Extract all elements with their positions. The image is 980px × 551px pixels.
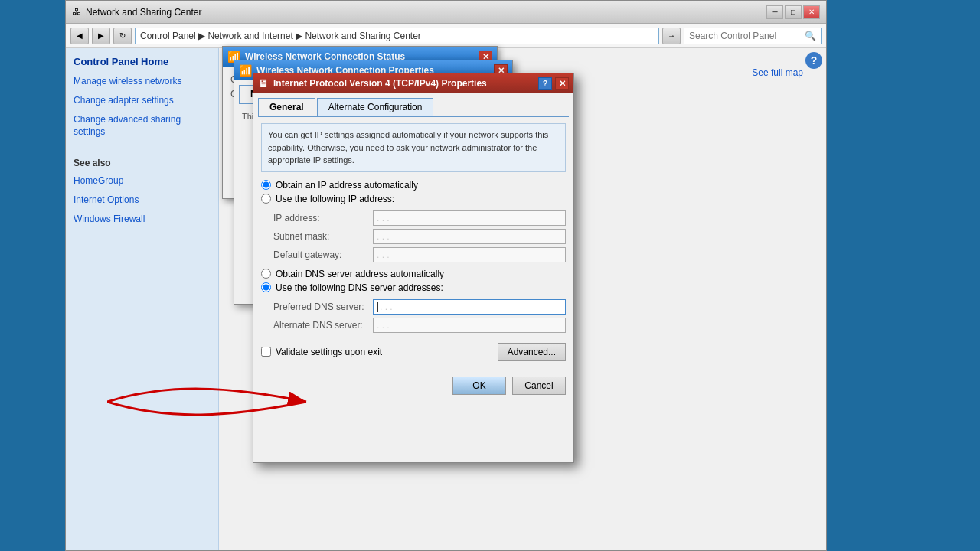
alternate-dns-input[interactable]: . . .: [373, 318, 566, 333]
window-title: Network and Sharing Center: [86, 7, 201, 18]
ipv4-description: You can get IP settings assigned automat…: [261, 123, 566, 172]
ipv4-help-button[interactable]: ?: [538, 77, 552, 90]
subnet-mask-label: Subnet mask:: [273, 231, 373, 242]
ip-radio-group: Obtain an IP address automatically Use t…: [261, 180, 566, 204]
tab-alternate-config[interactable]: Alternate Configuration: [317, 98, 434, 116]
radio-auto-ip-label: Obtain an IP address automatically: [276, 180, 418, 191]
alternate-dns-row: Alternate DNS server: . . .: [273, 318, 566, 333]
dns-fields: Preferred DNS server: . . . Alternate DN…: [273, 299, 566, 333]
sidebar-link-adapter[interactable]: Change adapter settings: [74, 94, 211, 107]
preferred-dns-dots: . . .: [380, 302, 393, 312]
validate-row: Validate settings upon exit Advanced...: [261, 341, 566, 364]
ip-dots-1: . . .: [377, 213, 390, 223]
radio-manual-ip[interactable]: Use the following IP address:: [261, 194, 566, 204]
gateway-label: Default gateway:: [273, 249, 373, 260]
ipv4-dialog-icon: 🖥: [258, 77, 269, 90]
address-path[interactable]: Control Panel ▶ Network and Internet ▶ N…: [135, 28, 659, 44]
title-bar: 🖧 Network and Sharing Center ─ □ ✕: [66, 1, 826, 24]
see-also-title: See also: [74, 158, 211, 168]
refresh-button[interactable]: ↻: [113, 28, 132, 44]
ip-address-row: IP address: . . .: [273, 210, 566, 226]
cursor-blink: [377, 302, 378, 312]
ok-button[interactable]: OK: [452, 377, 506, 395]
gateway-input: . . .: [373, 247, 566, 262]
radio-auto-ip[interactable]: Obtain an IP address automatically: [261, 180, 566, 191]
close-button[interactable]: ✕: [803, 5, 820, 19]
props-dialog-icon: 📶: [239, 64, 252, 77]
sidebar: Control Panel Home Manage wireless netwo…: [66, 48, 219, 550]
alternate-dns-dots: . . .: [377, 320, 390, 331]
help-button[interactable]: ?: [805, 52, 822, 69]
dns-radio-group: Obtain DNS server address automatically …: [261, 269, 566, 293]
validate-checkbox[interactable]: [261, 347, 271, 357]
radio-manual-dns-label: Use the following DNS server addresses:: [276, 282, 443, 293]
alternate-dns-label: Alternate DNS server:: [273, 320, 373, 331]
maximize-button[interactable]: □: [785, 5, 802, 19]
forward-button[interactable]: ▶: [92, 28, 110, 44]
search-box: 🔍: [684, 28, 822, 44]
advanced-button[interactable]: Advanced...: [498, 343, 566, 361]
title-bar-buttons: ─ □ ✕: [766, 5, 820, 19]
see-full-map-link[interactable]: See full map: [752, 67, 803, 78]
ipv4-tabs: General Alternate Configuration: [258, 98, 569, 117]
radio-auto-dns[interactable]: Obtain DNS server address automatically: [261, 269, 566, 279]
subnet-mask-input: . . .: [373, 229, 566, 244]
radio-manual-ip-input[interactable]: [261, 194, 271, 204]
preferred-dns-label: Preferred DNS server:: [273, 302, 373, 312]
sidebar-title: Control Panel Home: [74, 56, 211, 67]
radio-auto-ip-input[interactable]: [261, 180, 271, 190]
radio-auto-dns-input[interactable]: [261, 269, 271, 279]
ip-fields: IP address: . . . Subnet mask: . . . Def…: [273, 210, 566, 262]
ipv4-dialog-title: Internet Protocol Version 4 (TCP/IPv4) P…: [273, 78, 487, 89]
sidebar-link-internet-options[interactable]: Internet Options: [74, 194, 211, 207]
preferred-dns-row: Preferred DNS server: . . .: [273, 299, 566, 315]
window-icon: 🖧: [72, 7, 81, 18]
validate-label: Validate settings upon exit: [276, 347, 382, 357]
red-arrow-svg: [107, 379, 352, 425]
subnet-dots: . . .: [377, 231, 390, 242]
ipv4-body: You can get IP settings assigned automat…: [253, 117, 573, 370]
radio-manual-dns-input[interactable]: [261, 282, 271, 292]
ipv4-title-bar: 🖥 Internet Protocol Version 4 (TCP/IPv4)…: [253, 73, 573, 93]
ip-address-input: . . .: [373, 210, 566, 226]
radio-auto-dns-label: Obtain DNS server address automatically: [276, 269, 444, 279]
red-arrow-annotation: [107, 379, 352, 427]
minimize-button[interactable]: ─: [766, 5, 783, 19]
gateway-row: Default gateway: . . .: [273, 247, 566, 262]
go-button[interactable]: →: [662, 28, 681, 44]
validate-checkbox-row: Validate settings upon exit: [261, 347, 382, 357]
search-icon: 🔍: [805, 31, 816, 41]
tab-general[interactable]: General: [258, 98, 315, 116]
address-bar: ◀ ▶ ↻ Control Panel ▶ Network and Intern…: [66, 24, 826, 48]
sidebar-link-firewall[interactable]: Windows Firewall: [74, 213, 211, 226]
gateway-dots: . . .: [377, 249, 390, 260]
ipv4-close-button[interactable]: ✕: [555, 77, 569, 90]
radio-manual-dns[interactable]: Use the following DNS server addresses:: [261, 282, 566, 293]
sidebar-link-wireless[interactable]: Manage wireless networks: [74, 75, 211, 88]
ip-address-label: IP address:: [273, 213, 373, 223]
radio-manual-ip-label: Use the following IP address:: [276, 194, 394, 204]
preferred-dns-input[interactable]: . . .: [373, 299, 566, 315]
cancel-button[interactable]: Cancel: [512, 377, 566, 395]
sidebar-divider: [74, 148, 211, 148]
sidebar-link-homegroup[interactable]: HomeGroup: [74, 174, 211, 187]
subnet-mask-row: Subnet mask: . . .: [273, 229, 566, 244]
sidebar-link-sharing[interactable]: Change advanced sharing settings: [74, 113, 211, 139]
back-button[interactable]: ◀: [70, 28, 89, 44]
search-input[interactable]: [689, 31, 805, 41]
